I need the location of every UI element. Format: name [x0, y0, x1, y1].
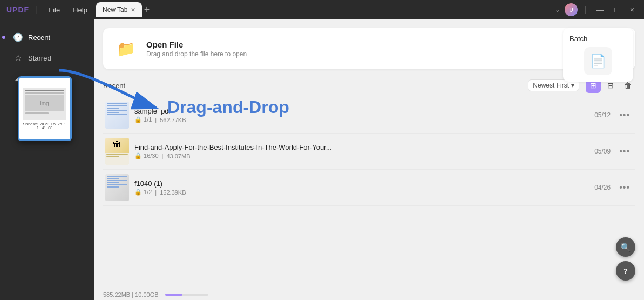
file-info: f1040 (1) 🔒 1/2 | 152.39KB [134, 179, 584, 196]
search-fab[interactable]: 🔍 [616, 237, 635, 257]
recent-header: Recent Newest First ▾ ⊞ ⊟ 🗑 [103, 78, 635, 93]
file-size: 562.77KB [160, 117, 186, 123]
drag-and-drop-label: Drag-and-Drop [167, 97, 289, 117]
tab-new[interactable]: New Tab × [96, 2, 142, 17]
file-size: 43.07MB [166, 153, 190, 159]
open-file-title: Open File [146, 40, 247, 49]
file-thumbnail [105, 174, 129, 201]
avatar[interactable]: U [565, 3, 578, 16]
help-fab[interactable]: ? [616, 261, 635, 281]
file-meta: 🔒 1/2 | 152.39KB [134, 189, 584, 196]
file-sep: | [155, 189, 157, 196]
drag-arrow [54, 65, 162, 121]
file-name: Find-and-Apply-For-the-Best-Institutes-I… [134, 143, 584, 151]
status-storage: 585.22MB | 10.00GB [103, 291, 159, 298]
title-bar: UPDF | File Help New Tab × + ⌄ U | — □ × [0, 0, 644, 19]
batch-label: Batch [570, 35, 587, 43]
file-pages: 🔒 16/30 [134, 152, 159, 159]
file-name: f1040 (1) [134, 179, 584, 188]
file-size: 152.39KB [160, 189, 186, 196]
help-fab-icon: ? [623, 267, 628, 275]
file-more-btn[interactable]: ••• [616, 183, 633, 192]
window-controls: ⌄ U | — □ × [555, 3, 638, 16]
file-date: 04/26 [589, 184, 611, 191]
open-file-section[interactable]: 📁 Open File Drag and drop the file here … [103, 28, 635, 69]
file-date: 05/09 [589, 148, 611, 155]
tab-label: New Tab [103, 6, 127, 14]
open-file-folder-icon: 📁 [114, 37, 138, 61]
menu-help[interactable]: Help [69, 5, 92, 15]
status-bar: 585.22MB | 10.00GB [94, 289, 644, 300]
minimize-btn[interactable]: — [593, 4, 607, 15]
file-more-btn[interactable]: ••• [616, 146, 633, 156]
file-pages: 🔒 1/2 [134, 189, 152, 196]
open-file-text: Open File Drag and drop the file here to… [146, 40, 247, 58]
file-meta: 🔒 16/30 | 43.07MB [134, 152, 584, 159]
file-info: Find-and-Apply-For-the-Best-Institutes-I… [134, 143, 584, 159]
file-sep: | [162, 153, 164, 159]
tab-bar: New Tab × + [96, 2, 551, 17]
batch-section: Batch 📄 [563, 28, 633, 82]
menu-file[interactable]: File [44, 5, 64, 15]
sort-label: Newest First [533, 82, 569, 89]
table-row[interactable]: 🏛 Find-and-Apply-For-the-Best-Institutes… [103, 134, 635, 170]
search-fab-icon: 🔍 [620, 242, 631, 252]
file-date: 05/12 [589, 111, 611, 119]
fab-container: 🔍 ? [616, 237, 635, 281]
file-list: sample_pdf 🔒 1/1 | 562.77KB 05/12 ••• [103, 97, 635, 289]
file-thumbnail: 🏛 [105, 138, 129, 165]
content-area: 📁 Open File Drag and drop the file here … [94, 19, 644, 300]
close-btn[interactable]: × [627, 4, 638, 15]
batch-btn-icon: 📄 [590, 54, 606, 69]
open-file-subtitle: Drag and drop the file here to open [146, 50, 247, 58]
sort-chevron-icon: ▾ [571, 82, 574, 89]
title-divider: | [36, 5, 38, 15]
storage-progress-bar [165, 294, 208, 296]
table-row[interactable]: f1040 (1) 🔒 1/2 | 152.39KB 04/26 ••• [103, 170, 635, 206]
tab-close-btn[interactable]: × [131, 6, 135, 14]
main-layout: 🕐 Recent ☆ Starred ☁ UPDF Cloud 📁 Open F… [0, 19, 644, 300]
file-more-btn[interactable]: ••• [616, 110, 633, 120]
drag-file-label: Snipaste_20 23_05_25_11 _41_08 [23, 122, 67, 130]
tab-add-btn[interactable]: + [144, 4, 150, 16]
storage-progress-fill [165, 294, 182, 296]
batch-button[interactable]: 📄 [584, 47, 612, 75]
chevron-icon[interactable]: ⌄ [555, 6, 560, 14]
maximize-btn[interactable]: □ [611, 4, 622, 15]
app-brand: UPDF [6, 5, 29, 14]
